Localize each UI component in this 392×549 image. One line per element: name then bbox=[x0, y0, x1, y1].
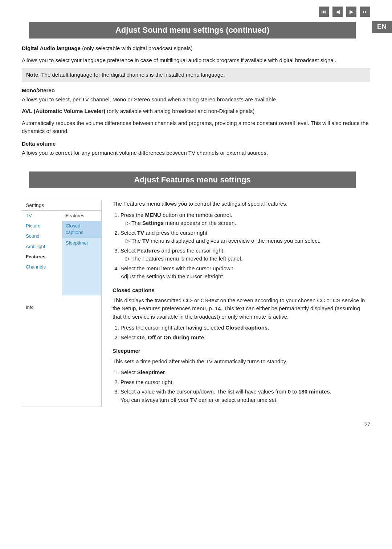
menu-item-ambilight[interactable]: Ambilight bbox=[22, 242, 62, 252]
section2-header: Adjust Features menu settings bbox=[29, 171, 356, 188]
sleeptimer-body: This sets a time period after which the … bbox=[113, 358, 370, 366]
menu-item-sound[interactable]: Sound bbox=[22, 231, 62, 241]
menu-right-empty-1 bbox=[62, 248, 101, 258]
note-label: Note bbox=[26, 72, 38, 78]
step1-sub: ▷ The Settings menu appears on the scree… bbox=[121, 219, 370, 227]
menu-item-features[interactable]: Features bbox=[22, 252, 62, 262]
avl-title: AVL (Automatic Volume Leveler) bbox=[22, 108, 105, 114]
menu-empty-2 bbox=[22, 282, 62, 291]
settings-panel: Settings TV Picture Sound Ambilight Feat… bbox=[22, 200, 102, 407]
features-label: Features bbox=[62, 211, 101, 221]
digital-audio-title-para: Digital Audio language (only selectable … bbox=[22, 44, 370, 53]
digital-audio-body: Allows you to select your language prefe… bbox=[22, 56, 370, 65]
step3-bold: Features bbox=[137, 247, 160, 254]
note-text: : The default language for the digital c… bbox=[38, 72, 225, 78]
digital-audio-note: Note: The default language for the digit… bbox=[22, 68, 370, 82]
nav-prev-icon[interactable]: ◀ bbox=[332, 7, 343, 17]
right-content: The Features menu allows you to control … bbox=[113, 200, 370, 407]
avl-title-para: AVL (Automatic Volume Leveler) (only ava… bbox=[22, 107, 370, 116]
menu-empty-1 bbox=[22, 272, 62, 282]
settings-left-col: TV Picture Sound Ambilight Features Chan… bbox=[22, 211, 62, 300]
menu-item-tv[interactable]: TV bbox=[22, 211, 62, 221]
cc-step-2: Select On, Off or On during mute. bbox=[121, 334, 370, 342]
settings-row: TV Picture Sound Ambilight Features Chan… bbox=[22, 211, 101, 300]
step2-sub: ▷ The TV menu is displayed and gives an … bbox=[121, 237, 370, 245]
step-3: Select Features and press the cursor rig… bbox=[121, 247, 370, 263]
avl-subtitle: (only available with analog broadcast an… bbox=[107, 108, 254, 114]
step-4: Select the menu items with the cursor up… bbox=[121, 265, 370, 281]
menu-item-sleeptimer[interactable]: Sleeptimer bbox=[62, 238, 101, 248]
cc-step-1: Press the cursor right after having sele… bbox=[121, 324, 370, 332]
delta-volume-body: Allows you to correct for any permanent … bbox=[22, 149, 370, 157]
settings-panel-title: Settings bbox=[22, 200, 101, 211]
menu-item-picture[interactable]: Picture bbox=[22, 221, 62, 231]
digital-audio-subtitle: (only selectable with digital broadcast … bbox=[82, 45, 192, 51]
sleeptimer-steps: Select Sleeptimer. Press the cursor righ… bbox=[113, 368, 370, 404]
closed-captions-steps: Press the cursor right after having sele… bbox=[113, 324, 370, 342]
sleep-step-1: Select Sleeptimer. bbox=[121, 368, 370, 377]
menu-right-empty-3 bbox=[62, 267, 101, 276]
avl-body: Automatically reduces the volume differe… bbox=[22, 119, 370, 136]
step3-sub: ▷ The Features menu is moved to the left… bbox=[121, 255, 370, 263]
step-2: Select TV and press the cursor right. ▷ … bbox=[121, 229, 370, 245]
nav-first-icon[interactable]: ⏮ bbox=[319, 7, 329, 17]
nav-last-icon[interactable]: ⏭ bbox=[360, 7, 370, 17]
closed-captions-heading: Closed captions bbox=[113, 286, 370, 294]
step-1: Press the MENU button on the remote cont… bbox=[121, 211, 370, 227]
step2-bold: TV bbox=[137, 230, 144, 236]
menu-item-channels[interactable]: Channels bbox=[22, 262, 62, 272]
mono-stereo-body: Allows you to select, per TV channel, Mo… bbox=[22, 96, 370, 104]
delta-volume-heading: Delta volume bbox=[22, 141, 370, 147]
cc-step1-bold: Closed captions bbox=[225, 324, 268, 331]
menu-right-empty-4 bbox=[62, 276, 101, 286]
mono-stereo-heading: Mono/Stereo bbox=[22, 87, 370, 93]
section1-header: Adjust Sound menu settings (continued) bbox=[29, 22, 356, 39]
settings-info: Info bbox=[22, 302, 101, 312]
nav-icons: ⏮ ◀ ▶ ⏭ bbox=[319, 7, 370, 17]
sleep-step-3: Select a value with the cursor up/down. … bbox=[121, 388, 370, 404]
features-section: Settings TV Picture Sound Ambilight Feat… bbox=[22, 200, 370, 407]
features-intro: The Features menu allows you to control … bbox=[113, 200, 370, 208]
closed-captions-body: This displays the transmitted CC- or CS-… bbox=[113, 296, 370, 321]
step1-bold: MENU bbox=[145, 212, 161, 218]
features-steps: Press the MENU button on the remote cont… bbox=[113, 211, 370, 281]
sleep-step-2: Press the cursor right. bbox=[121, 378, 370, 387]
sleeptimer-heading: Sleeptimer bbox=[113, 347, 370, 355]
nav-next-icon[interactable]: ▶ bbox=[346, 7, 356, 17]
en-badge: EN bbox=[372, 21, 392, 33]
menu-empty-3 bbox=[22, 291, 62, 300]
digital-audio-title: Digital Audio language bbox=[22, 45, 81, 51]
menu-right-empty-5 bbox=[62, 286, 101, 295]
menu-item-closed-captions[interactable]: Closed captions bbox=[62, 221, 101, 238]
menu-right-empty-2 bbox=[62, 258, 101, 267]
settings-right-col: Features Closed captions Sleeptimer bbox=[62, 211, 101, 300]
page-number: 27 bbox=[0, 421, 392, 435]
